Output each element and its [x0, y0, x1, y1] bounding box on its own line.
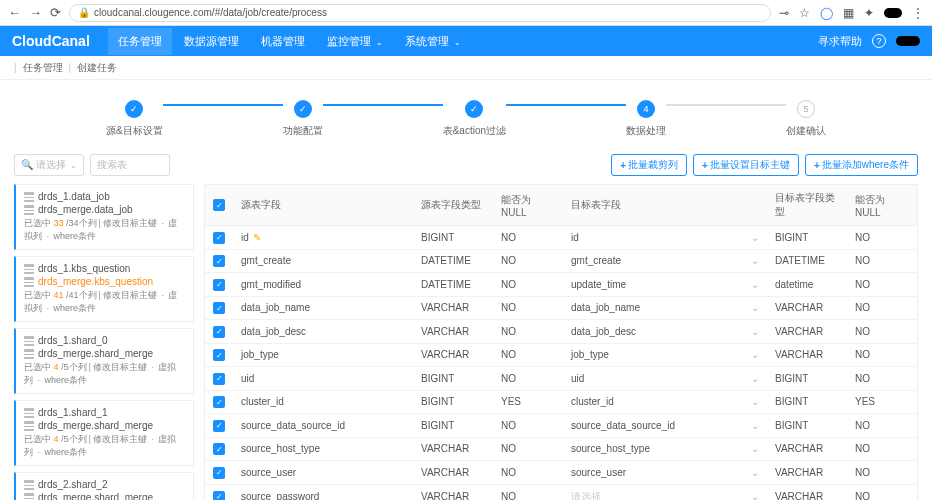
row-checkbox[interactable]: ✓: [213, 302, 225, 314]
url-bar[interactable]: 🔒 cloudcanal.clougence.com/#/data/job/cr…: [69, 4, 771, 22]
target-field-select[interactable]: data_job_desc: [563, 320, 743, 344]
db-icon: [24, 408, 34, 418]
help-icon[interactable]: ?: [872, 34, 886, 48]
table-row: ✓ data_job_name VARCHAR NO data_job_name…: [205, 296, 917, 320]
batch-crop-button[interactable]: +批量裁剪列: [611, 154, 687, 176]
user-avatar[interactable]: [896, 36, 920, 46]
src-field: gmt_modified: [233, 273, 413, 297]
chevron-down-icon[interactable]: ⌄: [751, 279, 759, 290]
src-null: NO: [493, 249, 563, 273]
row-checkbox[interactable]: ✓: [213, 373, 225, 385]
tgt-type: VARCHAR: [767, 484, 847, 500]
forward-icon[interactable]: →: [29, 5, 42, 20]
nav-item-1[interactable]: 数据源管理: [174, 28, 249, 55]
nav-item-4[interactable]: 系统管理 ⌄: [395, 28, 471, 55]
profile-avatar[interactable]: [884, 8, 902, 18]
row-checkbox[interactable]: ✓: [213, 232, 225, 244]
sidebar-table-card[interactable]: drds_1.shard_0 drds_merge.shard_merge 已选…: [14, 328, 194, 394]
target-field-select[interactable]: id: [563, 226, 743, 250]
nav-item-2[interactable]: 机器管理: [251, 28, 315, 55]
sidebar-table-card[interactable]: drds_2.shard_2 drds_merge.shard_merge 已选…: [14, 472, 194, 500]
chevron-down-icon[interactable]: ⌄: [751, 443, 759, 454]
reload-icon[interactable]: ⟳: [50, 5, 61, 20]
src-type: BIGINT: [413, 414, 493, 438]
table-row: ✓ cluster_id BIGINT YES cluster_id ⌄ BIG…: [205, 390, 917, 414]
edit-icon[interactable]: ✎: [253, 232, 261, 243]
help-link[interactable]: 寻求帮助: [818, 34, 862, 49]
tgt-type: VARCHAR: [767, 343, 847, 367]
target-field-select[interactable]: cluster_id: [563, 390, 743, 414]
ext-icon-1[interactable]: ◯: [820, 6, 833, 20]
tgt-null: NO: [847, 226, 917, 250]
target-field-select[interactable]: update_time: [563, 273, 743, 297]
row-checkbox[interactable]: ✓: [213, 420, 225, 432]
target-field-select[interactable]: source_data_source_id: [563, 414, 743, 438]
sidebar-table-card[interactable]: drds_1.data_job drds_merge.data_job 已选中 …: [14, 184, 194, 250]
src-type: BIGINT: [413, 226, 493, 250]
table-row: ✓ source_host_type VARCHAR NO source_hos…: [205, 437, 917, 461]
src-null: NO: [493, 414, 563, 438]
chevron-down-icon[interactable]: ⌄: [751, 467, 759, 478]
row-checkbox[interactable]: ✓: [213, 396, 225, 408]
ext-icon-3[interactable]: ✦: [864, 6, 874, 20]
select-all-checkbox[interactable]: ✓: [213, 199, 225, 211]
target-field-select[interactable]: uid: [563, 367, 743, 391]
chevron-down-icon[interactable]: ⌄: [751, 373, 759, 384]
chevron-down-icon[interactable]: ⌄: [751, 326, 759, 337]
search-input[interactable]: 搜索表: [90, 154, 170, 176]
lock-icon: 🔒: [78, 7, 90, 18]
tgt-null: NO: [847, 484, 917, 500]
target-field-select[interactable]: data_job_name: [563, 296, 743, 320]
row-checkbox[interactable]: ✓: [213, 255, 225, 267]
src-null: NO: [493, 273, 563, 297]
batch-where-button[interactable]: +批量添加where条件: [805, 154, 918, 176]
column-mapping-table: ✓ 源表字段 源表字段类型 能否为NULL 目标表字段 目标表字段类型 能否为N…: [204, 184, 918, 500]
tgt-null: NO: [847, 437, 917, 461]
target-field-select[interactable]: gmt_create: [563, 249, 743, 273]
row-checkbox[interactable]: ✓: [213, 443, 225, 455]
chevron-down-icon[interactable]: ⌄: [751, 255, 759, 266]
star-icon[interactable]: ☆: [799, 6, 810, 20]
nav-item-3[interactable]: 监控管理 ⌄: [317, 28, 393, 55]
src-type: VARCHAR: [413, 343, 493, 367]
tgt-type: VARCHAR: [767, 437, 847, 461]
tgt-type: datetime: [767, 273, 847, 297]
chevron-down-icon[interactable]: ⌄: [751, 232, 759, 243]
src-field: id✎: [233, 226, 413, 250]
target-field-select[interactable]: 请选择: [563, 484, 743, 500]
crumb-2: 创建任务: [77, 61, 117, 75]
nav-item-0[interactable]: 任务管理: [108, 28, 172, 55]
target-field-select[interactable]: job_type: [563, 343, 743, 367]
batch-pk-button[interactable]: +批量设置目标主键: [693, 154, 799, 176]
target-field-select[interactable]: source_user: [563, 461, 743, 485]
sidebar-table-card[interactable]: drds_1.shard_1 drds_merge.shard_merge 已选…: [14, 400, 194, 466]
tgt-null: NO: [847, 320, 917, 344]
chevron-down-icon[interactable]: ⌄: [751, 396, 759, 407]
chevron-down-icon[interactable]: ⌄: [751, 491, 759, 500]
row-checkbox[interactable]: ✓: [213, 279, 225, 291]
tgt-type: BIGINT: [767, 414, 847, 438]
src-type: VARCHAR: [413, 484, 493, 500]
filter-select[interactable]: 🔍 请选择⌄: [14, 154, 84, 176]
key-icon[interactable]: ⊸: [779, 6, 789, 20]
browser-bar: ← → ⟳ 🔒 cloudcanal.clougence.com/#/data/…: [0, 0, 932, 26]
step-3-icon: ✓: [465, 100, 483, 118]
row-checkbox[interactable]: ✓: [213, 349, 225, 361]
src-type: VARCHAR: [413, 437, 493, 461]
crumb-1[interactable]: 任务管理: [23, 61, 63, 75]
url-text: cloudcanal.clougence.com/#/data/job/crea…: [94, 7, 327, 18]
chevron-down-icon[interactable]: ⌄: [751, 349, 759, 360]
target-field-select[interactable]: source_host_type: [563, 437, 743, 461]
src-null: NO: [493, 484, 563, 500]
back-icon[interactable]: ←: [8, 5, 21, 20]
db-icon: [24, 264, 34, 274]
sidebar-table-card[interactable]: drds_1.kbs_question drds_merge.kbs_quest…: [14, 256, 194, 322]
chevron-down-icon[interactable]: ⌄: [751, 302, 759, 313]
row-checkbox[interactable]: ✓: [213, 467, 225, 479]
ext-icon-2[interactable]: ▦: [843, 6, 854, 20]
menu-icon[interactable]: ⋮: [912, 6, 924, 20]
row-checkbox[interactable]: ✓: [213, 491, 225, 500]
row-checkbox[interactable]: ✓: [213, 326, 225, 338]
chevron-down-icon[interactable]: ⌄: [751, 420, 759, 431]
tgt-null: NO: [847, 296, 917, 320]
